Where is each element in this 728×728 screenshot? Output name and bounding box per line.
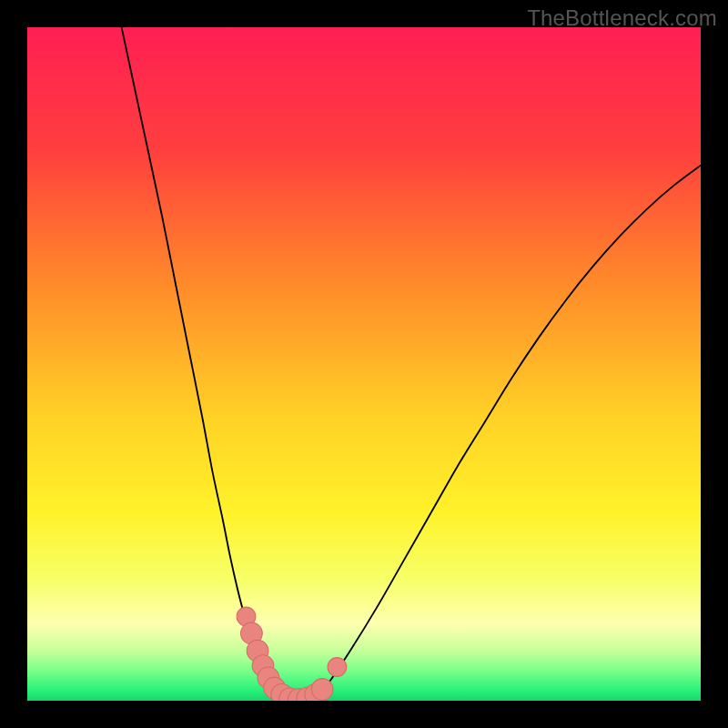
curve-markers: [237, 607, 347, 701]
plot-area: [27, 27, 701, 701]
bottleneck-curve: [122, 27, 701, 701]
watermark-text: TheBottleneck.com: [527, 5, 717, 31]
curve-marker: [328, 658, 347, 677]
curve-marker: [311, 679, 333, 701]
curve-overlay: [27, 27, 701, 701]
chart-frame: TheBottleneck.com: [0, 0, 728, 728]
